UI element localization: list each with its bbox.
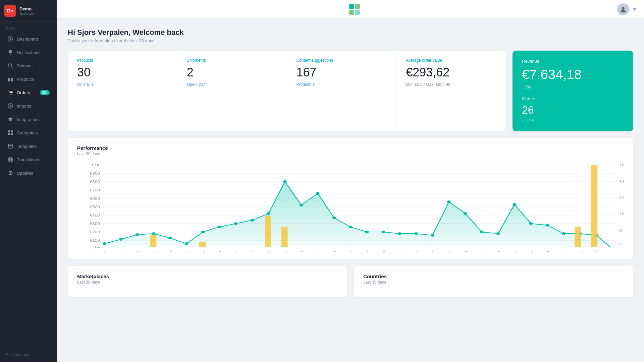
sidebar-item-translations[interactable]: Translations (2, 153, 55, 166)
avg-order-stat: Average order value €293,62 Min: €0,00 M… (396, 51, 506, 131)
task-manager[interactable]: Task manager (0, 348, 57, 362)
dashboard-icon (7, 36, 13, 42)
svg-point-73 (398, 232, 401, 235)
svg-text:2022-04-23: 2022-04-23 (551, 250, 567, 252)
svg-rect-90 (575, 227, 581, 247)
stats-grid: Products 30 Online: 1 Shipments 2 Open: … (68, 51, 506, 131)
svg-point-66 (283, 180, 287, 183)
templates-icon (7, 143, 13, 149)
logo (348, 3, 361, 15)
svg-point-72 (381, 231, 385, 233)
performance-chart: €1K €900 €800 €700 €600 €500 €400 €300 €… (77, 162, 624, 252)
svg-rect-25 (355, 10, 360, 15)
svg-text:2022-04-04: 2022-04-04 (239, 250, 256, 252)
svg-text:€0–: €0– (92, 245, 100, 249)
svg-point-26 (622, 7, 625, 10)
marketplaces-card: Marketplaces Last 30 days (68, 266, 347, 297)
imports-icon (7, 103, 13, 109)
svg-text:2022-03-30: 2022-03-30 (157, 250, 173, 252)
sidebar-item-notifications[interactable]: Notifications (2, 46, 55, 59)
sidebar-item-scanner[interactable]: Scanner (2, 59, 55, 72)
svg-rect-5 (11, 78, 13, 80)
sidebar-item-dashboard[interactable]: Dashboard (2, 33, 55, 45)
svg-point-78 (480, 231, 484, 233)
svg-point-1 (10, 38, 11, 40)
svg-text:2022-04-15: 2022-04-15 (420, 250, 436, 252)
svg-rect-15 (8, 144, 12, 148)
svg-line-3 (11, 67, 13, 68)
svg-text:2022-03-27: 2022-03-27 (108, 250, 124, 252)
svg-text:2022-04-21: 2022-04-21 (518, 250, 534, 252)
user-avatar-topbar[interactable] (617, 3, 629, 15)
svg-text:2022-04-24: 2022-04-24 (567, 250, 584, 252)
chart-svg: €1K €900 €800 €700 €600 €500 €400 €300 €… (77, 162, 624, 252)
countries-subtitle: Last 30 days (363, 280, 624, 285)
svg-point-64 (250, 219, 254, 222)
sidebar-item-imports[interactable]: Imports (2, 100, 55, 112)
svg-point-65 (267, 212, 270, 215)
svg-rect-23 (355, 4, 360, 9)
content-suggestions-label: Content suggestions (297, 58, 387, 63)
svg-text:€600: €600 (90, 197, 100, 201)
sidebar: De Demo Essential ⋮ Menu Dashboard Notif… (0, 0, 57, 362)
svg-text:2022-04-19: 2022-04-19 (485, 250, 501, 252)
svg-rect-11 (8, 130, 10, 132)
orders-label: Orders (17, 90, 40, 95)
performance-title: Performance (77, 145, 624, 151)
svg-text:2022-04-07: 2022-04-07 (288, 250, 305, 252)
svg-point-62 (217, 226, 221, 228)
svg-text:2022-04-25: 2022-04-25 (584, 250, 600, 252)
menu-label: Menu (0, 22, 57, 32)
svg-rect-87 (199, 242, 206, 247)
svg-point-68 (316, 192, 320, 195)
svg-text:2022-04-01: 2022-04-01 (190, 250, 206, 252)
notifications-label: Notifications (17, 50, 50, 55)
products-stat-value: 30 (77, 65, 168, 79)
scanner-label: Scanner (17, 63, 50, 68)
svg-text:2022-04-16: 2022-04-16 (436, 250, 452, 252)
sidebar-item-integrations[interactable]: Integrations (2, 113, 55, 126)
svg-point-77 (464, 212, 467, 215)
performance-section: Performance Last 30 days (68, 138, 633, 259)
sidebar-item-updates[interactable]: Updates (2, 167, 55, 179)
revenue-orders-label: Orders (522, 96, 624, 101)
revenue-label: Revenue (522, 59, 624, 64)
sidebar-more-icon[interactable]: ⋮ (47, 7, 53, 14)
products-icon (7, 76, 13, 82)
sidebar-item-products[interactable]: Products (2, 73, 55, 85)
svg-point-55 (103, 242, 106, 245)
shipments-stat-label: Shipments (187, 58, 277, 63)
svg-point-80 (513, 203, 517, 206)
performance-subtitle: Last 30 days (77, 152, 624, 156)
svg-point-74 (414, 232, 418, 235)
revenue-orders-change: ↓ -21% (522, 118, 624, 123)
svg-point-70 (349, 226, 353, 228)
svg-text:2022-04-03: 2022-04-03 (223, 250, 239, 252)
user-dropdown-icon[interactable]: ▾ (633, 6, 636, 12)
svg-text:2022-04-10: 2022-04-10 (338, 250, 354, 252)
content-suggestions-value: 167 (297, 65, 387, 79)
marketplaces-subtitle: Last 30 days (77, 280, 338, 285)
svg-point-58 (152, 232, 156, 235)
svg-text:€500: €500 (90, 205, 100, 209)
revenue-orders-value: 26 (522, 104, 624, 116)
svg-text:8: 8 (619, 229, 622, 233)
user-info: Demo Essential (19, 6, 47, 15)
notifications-icon (7, 49, 13, 55)
welcome-subtitle: This is your information over the last 3… (68, 38, 633, 43)
sidebar-item-orders[interactable]: Orders 234 (2, 86, 55, 99)
svg-rect-6 (8, 80, 10, 81)
products-label: Products (17, 77, 50, 82)
svg-text:2022-04-08: 2022-04-08 (305, 250, 321, 252)
revenue-change: ↓ 3% (522, 85, 624, 89)
svg-point-75 (431, 234, 434, 237)
sidebar-item-templates[interactable]: Templates (2, 140, 55, 153)
svg-text:2022-03-26: 2022-03-26 (92, 250, 108, 252)
svg-rect-88 (265, 216, 271, 247)
avg-order-label: Average order value (406, 58, 496, 63)
svg-text:€900: €900 (90, 172, 100, 176)
translations-icon (7, 157, 13, 163)
sidebar-item-categories[interactable]: Categories (2, 126, 55, 139)
svg-point-69 (332, 217, 336, 219)
svg-rect-89 (281, 227, 288, 247)
